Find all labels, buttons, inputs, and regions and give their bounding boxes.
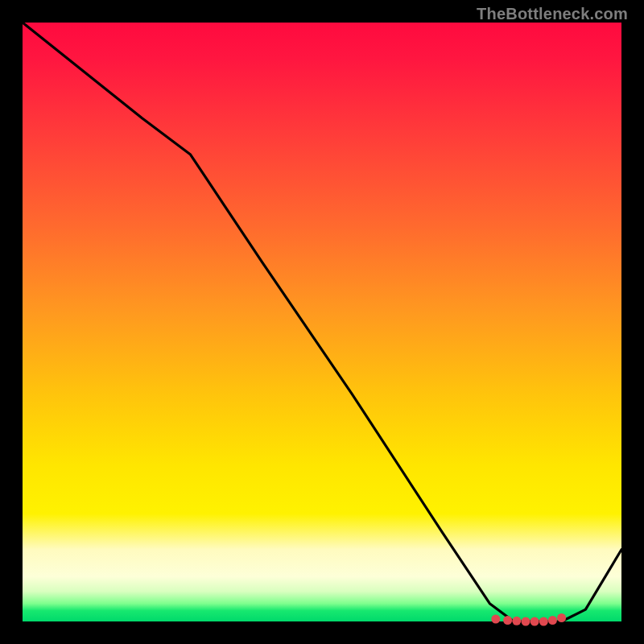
marker-point <box>491 615 500 624</box>
marker-point <box>522 617 530 626</box>
bottleneck-curve-path <box>23 23 621 621</box>
chart-stage: TheBottleneck.com <box>0 0 644 644</box>
marker-point <box>548 616 557 625</box>
watermark-text: TheBottleneck.com <box>477 5 628 23</box>
marker-point <box>512 617 521 625</box>
marker-point <box>557 613 566 622</box>
chart-svg <box>23 23 621 621</box>
marker-point <box>539 617 548 626</box>
marker-group <box>491 613 566 626</box>
marker-point <box>503 616 512 625</box>
marker-point <box>530 617 539 626</box>
